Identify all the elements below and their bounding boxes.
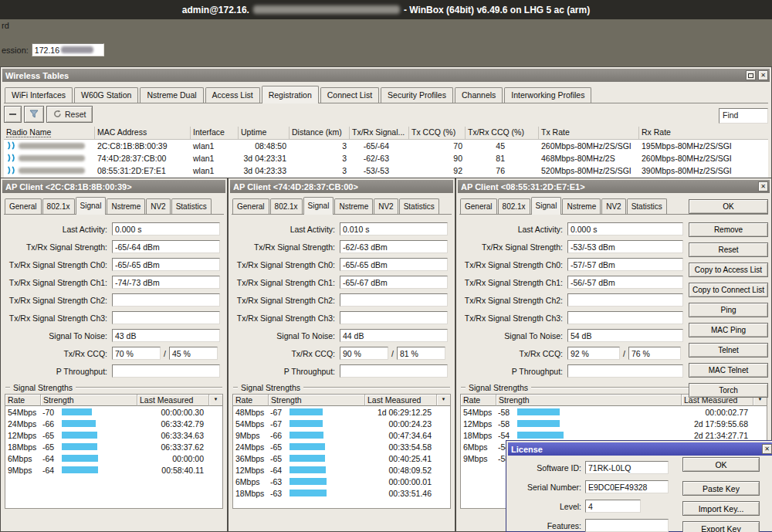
tab-channels[interactable]: Channels bbox=[455, 87, 503, 103]
software-id-field[interactable]: 71RK-L0LQ bbox=[585, 461, 669, 474]
field-value-tx-rx-signal-strength-ch1[interactable]: -56/-57 dBm bbox=[567, 276, 683, 289]
signal-rate-row[interactable]: 36Mbps-6500:40:25.41 bbox=[233, 452, 450, 464]
field-value-tx-rx-signal-strength-ch3[interactable] bbox=[340, 311, 448, 324]
field-value-tx-rx-signal-strength-ch1[interactable]: -65/-67 dBm bbox=[340, 276, 448, 289]
remove-button[interactable]: Remove bbox=[689, 222, 768, 237]
column-header-rate[interactable]: Rate bbox=[233, 395, 269, 406]
tx-ccq-field[interactable]: 92 % bbox=[567, 347, 620, 360]
field-value-signal-to-noise[interactable]: 44 dB bbox=[340, 329, 448, 342]
column-header-mac-address[interactable]: MAC Address bbox=[95, 127, 191, 139]
column-header-tx-ccq[interactable]: Tx CCQ (%) bbox=[409, 127, 466, 139]
tab-connect-list[interactable]: Connect List bbox=[320, 87, 379, 103]
torch-button[interactable]: Torch bbox=[689, 383, 768, 398]
tab-nstreme[interactable]: Nstreme bbox=[334, 198, 373, 214]
column-header-rate[interactable]: Rate bbox=[5, 395, 41, 406]
tab-general[interactable]: General bbox=[232, 198, 269, 214]
ap-client-titlebar[interactable]: AP Client <2C:C8:1B:8B:00:39> bbox=[2, 180, 225, 193]
rx-ccq-field[interactable]: 76 % bbox=[628, 347, 681, 360]
tab-general[interactable]: General bbox=[460, 198, 497, 214]
tab-interworking-profiles[interactable]: Interworking Profiles bbox=[504, 87, 591, 103]
mac-ping-button[interactable]: MAC Ping bbox=[689, 323, 768, 337]
ping-button[interactable]: Ping bbox=[689, 303, 768, 317]
field-value-tx-rx-signal-strength-ch2[interactable] bbox=[567, 293, 683, 307]
column-header-rx-rate[interactable]: Rx Rate bbox=[639, 127, 768, 139]
rx-ccq-field[interactable]: 45 % bbox=[169, 347, 218, 360]
signal-rate-row[interactable]: 18Mbps-542d 21:34:27.71 bbox=[461, 429, 767, 441]
field-value-tx-rx-signal-strength-ch0[interactable]: -65/-65 dBm bbox=[340, 258, 448, 271]
column-header-distance-km[interactable]: Distance (km) bbox=[290, 127, 350, 139]
signal-rate-row[interactable]: 54Mbps-6700:00:24.23 bbox=[233, 418, 450, 429]
signal-rate-row[interactable]: 12Mbps-6400:48:09.52 bbox=[233, 464, 450, 476]
column-select-dropdown-icon[interactable]: ▼ bbox=[437, 395, 450, 406]
session-input[interactable]: 172.16 bbox=[32, 43, 104, 56]
tab-access-list[interactable]: Access List bbox=[205, 87, 260, 103]
tab-general[interactable]: General bbox=[5, 198, 42, 214]
tab-nv2[interactable]: NV2 bbox=[601, 198, 625, 214]
serial-number-field[interactable]: E9DC0EF49328 bbox=[585, 480, 669, 493]
field-value-last-activity[interactable]: 0.000 s bbox=[567, 222, 683, 236]
column-header-interface[interactable]: Interface bbox=[191, 127, 239, 139]
signal-rate-row[interactable]: 18Mbps-6300:33:51.46 bbox=[233, 487, 450, 499]
close-button[interactable]: ✕ bbox=[758, 181, 768, 191]
tab-security-profiles[interactable]: Security Profiles bbox=[381, 87, 453, 103]
signal-rate-row[interactable]: 18Mbps-6506:33:37.62 bbox=[5, 441, 222, 452]
column-header-last-measured[interactable]: Last Measured bbox=[137, 395, 209, 406]
signal-rate-row[interactable]: 24Mbps-6500:33:54.58 bbox=[233, 441, 450, 452]
field-value-tx-rx-signal-strength-ch2[interactable] bbox=[340, 293, 448, 307]
column-header-uptime[interactable]: Uptime bbox=[239, 127, 290, 139]
import-key-button[interactable]: Import Key... bbox=[682, 501, 760, 516]
field-value-signal-to-noise[interactable]: 54 dB bbox=[567, 329, 683, 342]
mac-telnet-button[interactable]: MAC Telnet bbox=[689, 363, 768, 378]
signal-rate-row[interactable]: 9Mbps-6400:58:40.11 bbox=[5, 464, 222, 476]
maximize-button[interactable] bbox=[746, 70, 756, 80]
signal-rate-row[interactable]: 12Mbps-582d 17:59:55.68 bbox=[461, 418, 767, 429]
field-value-tx-rx-signal-strength[interactable]: -62/-63 dBm bbox=[340, 240, 448, 253]
tab-signal[interactable]: Signal bbox=[303, 197, 334, 215]
field-value-tx-rx-signal-strength[interactable]: -65/-64 dBm bbox=[112, 240, 220, 253]
field-value-p-throughput[interactable] bbox=[340, 364, 448, 378]
wireless-tables-titlebar[interactable]: Wireless Tables ✕ bbox=[2, 69, 770, 82]
column-header-strength[interactable]: Strength bbox=[269, 395, 365, 406]
field-value-last-activity[interactable]: 0.000 s bbox=[112, 222, 220, 236]
reset-button[interactable]: Reset bbox=[46, 106, 93, 123]
tab-nstreme[interactable]: Nstreme bbox=[562, 198, 601, 214]
find-input[interactable]: Find bbox=[719, 108, 768, 124]
signal-rate-row[interactable]: 48Mbps-671d 06:29:12.25 bbox=[233, 406, 450, 418]
tab-registration[interactable]: Registration bbox=[262, 86, 319, 103]
signal-rate-row[interactable]: 24Mbps-6606:33:42.79 bbox=[5, 418, 222, 429]
close-button[interactable]: ✕ bbox=[758, 70, 768, 80]
tab-statistics[interactable]: Statistics bbox=[399, 198, 439, 214]
signal-rate-row[interactable]: 9Mbps-6600:47:34.64 bbox=[233, 429, 450, 441]
tx-ccq-field[interactable]: 70 % bbox=[112, 347, 161, 360]
field-value-tx-rx-signal-strength-ch1[interactable]: -74/-73 dBm bbox=[112, 276, 220, 289]
registration-row[interactable]: 08:55:31:2D:E7:E1wlan13d 04:23:333-53/-5… bbox=[4, 164, 768, 177]
tab-statistics[interactable]: Statistics bbox=[627, 198, 667, 214]
column-header-tx-rate[interactable]: Tx Rate bbox=[539, 127, 639, 139]
signal-rate-row[interactable]: 6Mbps-6400:00:00 bbox=[5, 452, 222, 464]
remove-entry-button[interactable] bbox=[4, 106, 22, 123]
tab-wifi-interfaces[interactable]: WiFi Interfaces bbox=[5, 87, 73, 103]
paste-key-button[interactable]: Paste Key bbox=[682, 481, 760, 496]
copy-to-access-list-button[interactable]: Copy to Access List bbox=[689, 263, 768, 277]
column-header-strength[interactable]: Strength bbox=[41, 395, 137, 406]
tab-nstreme-dual[interactable]: Nstreme Dual bbox=[140, 87, 203, 103]
tab-802-1x[interactable]: 802.1x bbox=[498, 198, 530, 214]
features-field[interactable] bbox=[585, 519, 669, 532]
ok-button[interactable]: OK bbox=[689, 199, 768, 214]
tab-signal[interactable]: Signal bbox=[76, 197, 107, 215]
tab-802-1x[interactable]: 802.1x bbox=[42, 198, 75, 214]
field-value-tx-rx-signal-strength[interactable]: -53/-53 dBm bbox=[567, 240, 683, 253]
filter-button[interactable] bbox=[24, 106, 44, 123]
tab-statistics[interactable]: Statistics bbox=[171, 198, 212, 214]
field-value-signal-to-noise[interactable]: 43 dB bbox=[112, 329, 220, 342]
tab-802-1x[interactable]: 802.1x bbox=[270, 198, 303, 214]
field-value-tx-rx-signal-strength-ch0[interactable]: -65/-65 dBm bbox=[112, 258, 220, 271]
signal-rate-row[interactable]: 54Mbps-7000:00:00.30 bbox=[5, 406, 222, 418]
tx-ccq-field[interactable]: 90 % bbox=[340, 347, 388, 360]
ap-client-titlebar[interactable]: AP Client <74:4D:28:37:CB:00> bbox=[230, 180, 453, 193]
reset-button[interactable]: Reset bbox=[689, 242, 768, 257]
signal-rate-row[interactable]: 6Mbps-6300:00:00.01 bbox=[233, 476, 450, 487]
tab-w60g-station[interactable]: W60G Station bbox=[74, 87, 138, 103]
column-select-dropdown-icon[interactable]: ▼ bbox=[209, 395, 222, 406]
field-value-tx-rx-signal-strength-ch2[interactable] bbox=[112, 293, 220, 307]
